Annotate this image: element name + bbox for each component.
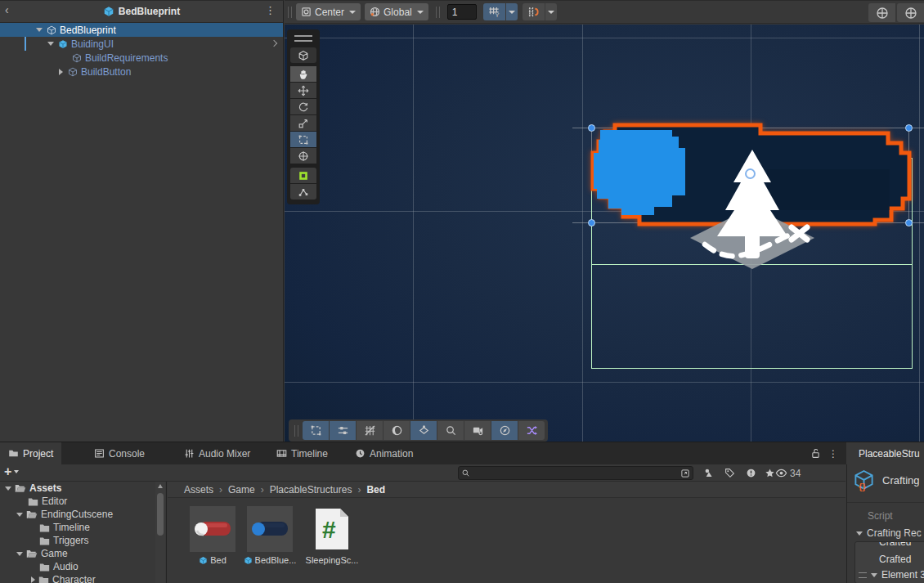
- tree-item-assets[interactable]: Assets: [0, 482, 166, 495]
- create-asset-button[interactable]: +: [4, 465, 19, 478]
- overlay-view-options-button[interactable]: [330, 421, 356, 440]
- tab-inspector-placeablestru[interactable]: {} PlaceableStru: [846, 442, 924, 464]
- scene-camera-button-2[interactable]: [897, 3, 924, 22]
- crumb-bed[interactable]: Bed: [366, 484, 385, 496]
- project-search-field[interactable]: [458, 466, 693, 480]
- tree-item-editor[interactable]: Editor: [0, 495, 166, 508]
- project-folder-tree: Assets Editor EndingCutscene Timeline Tr…: [0, 482, 167, 583]
- list-row-clipped[interactable]: Crafted: [855, 542, 924, 550]
- tree-item-game[interactable]: Game: [0, 547, 166, 560]
- folder-open-icon: [26, 549, 38, 558]
- overlay-search-button[interactable]: [437, 421, 464, 440]
- lock-icon[interactable]: [806, 446, 824, 460]
- pivot-handle[interactable]: [745, 168, 756, 179]
- toolbar-grip[interactable]: [288, 7, 292, 18]
- transform-tool-button[interactable]: [290, 148, 316, 164]
- hierarchy-row-buildrequirements[interactable]: BuildRequirements: [0, 51, 283, 65]
- tab-audio-mixer[interactable]: Audio Mixer: [176, 442, 258, 464]
- overlay-grid-toggle-button[interactable]: [357, 421, 383, 440]
- rotate-tool-button[interactable]: [290, 99, 316, 114]
- custom-editor-tool-button[interactable]: [290, 168, 316, 183]
- list-row-element[interactable]: Element 3: [855, 569, 924, 581]
- tree-item-endingcutscene[interactable]: EndingCutscene: [0, 508, 166, 521]
- asset-bedblueprint[interactable]: BedBlue...: [243, 506, 297, 565]
- drag-handle-icon[interactable]: [859, 572, 867, 578]
- filter-by-type-icon[interactable]: [699, 466, 717, 480]
- scriptable-object-icon: {}: [853, 469, 875, 491]
- crumb-assets[interactable]: Assets: [184, 484, 213, 496]
- toolbar-grip[interactable]: [436, 7, 440, 18]
- foldout-icon[interactable]: [47, 42, 54, 46]
- overlay-camera-button[interactable]: [464, 421, 491, 440]
- grid-snap-button[interactable]: [523, 3, 545, 20]
- tab-console[interactable]: Console: [86, 442, 153, 464]
- tree-item-character[interactable]: Character: [0, 573, 166, 583]
- grid-axis-button[interactable]: Y: [483, 3, 505, 20]
- row-label: BedBlueprint: [60, 25, 116, 36]
- asset-thumbnail[interactable]: [190, 506, 235, 552]
- pan-tool-button[interactable]: [290, 66, 316, 82]
- foldout-icon[interactable]: [36, 28, 43, 32]
- open-search-window-icon[interactable]: [680, 469, 690, 478]
- inspector-header: {} Crafting: [853, 469, 920, 491]
- filter-by-label-icon[interactable]: [720, 466, 738, 480]
- globe-icon: [370, 7, 380, 17]
- rect-handle[interactable]: [905, 124, 913, 132]
- scale-tool-button[interactable]: [290, 115, 316, 131]
- tab-project[interactable]: Project: [0, 442, 61, 464]
- prefab-override-bar: [25, 37, 26, 51]
- grid-line: [582, 25, 583, 442]
- asset-thumbnail[interactable]: #: [309, 506, 355, 552]
- crumb-placablestructures[interactable]: PlacableStructures: [270, 484, 352, 496]
- tree-item-timeline[interactable]: Timeline: [0, 521, 166, 534]
- tree-item-audio[interactable]: Audio: [0, 560, 166, 573]
- spline-tool-button[interactable]: [290, 184, 316, 200]
- prefab-icon: [244, 556, 253, 565]
- tab-animation[interactable]: Animation: [347, 442, 421, 464]
- hierarchy-row-buildbutton[interactable]: BuildButton: [0, 65, 283, 78]
- hidden-packages-toggle[interactable]: 34: [775, 466, 801, 480]
- rect-handle[interactable]: [588, 219, 595, 226]
- import-log-icon[interactable]: [742, 466, 760, 480]
- crumb-game[interactable]: Game: [228, 484, 255, 496]
- hierarchy-row-bedblueprint[interactable]: BedBlueprint: [0, 23, 283, 37]
- scrollbar-thumb[interactable]: [157, 493, 164, 536]
- rect-handle[interactable]: [588, 124, 595, 132]
- view-tool-button[interactable]: [290, 47, 316, 63]
- scene-camera-button[interactable]: [868, 3, 895, 22]
- overlay-gizmos-button[interactable]: [410, 421, 437, 440]
- prefab-back-icon[interactable]: ‹: [5, 3, 18, 16]
- move-tool-button[interactable]: [290, 83, 316, 98]
- overlay-navigation-button[interactable]: [491, 421, 518, 440]
- overlay-shading-button[interactable]: [384, 421, 410, 440]
- rect-tool-button[interactable]: [290, 132, 316, 147]
- open-prefab-chevron-icon[interactable]: [271, 40, 277, 47]
- scene-viewport[interactable]: [285, 25, 924, 442]
- panel-menu-icon[interactable]: ⋮: [824, 446, 842, 460]
- hierarchy-row-buidingui[interactable]: BuidingUI: [0, 37, 283, 51]
- scroll-up-icon[interactable]: [158, 484, 163, 488]
- hierarchy-menu-icon[interactable]: ⋮: [265, 4, 276, 16]
- foldout-icon[interactable]: [871, 573, 877, 577]
- prefab-title: BedBlueprint: [119, 6, 180, 17]
- asset-bed[interactable]: Bed: [186, 506, 240, 565]
- overlay-rect-mode-button[interactable]: [303, 421, 329, 440]
- tree-item-triggers[interactable]: Triggers: [0, 534, 166, 547]
- overlay-drag-handle[interactable]: [294, 35, 312, 42]
- tab-timeline[interactable]: Timeline: [268, 442, 336, 464]
- rect-handle[interactable]: [905, 219, 913, 226]
- orientation-dropdown[interactable]: Global: [365, 3, 428, 20]
- search-input[interactable]: [470, 469, 680, 478]
- overlay-drag-handle[interactable]: [294, 425, 298, 437]
- foldout-icon[interactable]: [59, 69, 63, 75]
- grid-axis-caret[interactable]: [505, 3, 518, 20]
- crafting-recipes-foldout[interactable]: Crafting Rec: [856, 527, 922, 539]
- asset-sleepingscript[interactable]: # SleepingSc...: [305, 506, 359, 565]
- tree-scrollbar[interactable]: [155, 482, 165, 583]
- asset-thumbnail[interactable]: [247, 506, 293, 552]
- list-row-crafted[interactable]: Crafted: [879, 554, 924, 565]
- pivot-mode-dropdown[interactable]: Center: [296, 3, 361, 20]
- grid-size-input[interactable]: [447, 4, 477, 20]
- grid-snap-caret[interactable]: [545, 3, 557, 20]
- overlay-random-button[interactable]: [518, 421, 545, 440]
